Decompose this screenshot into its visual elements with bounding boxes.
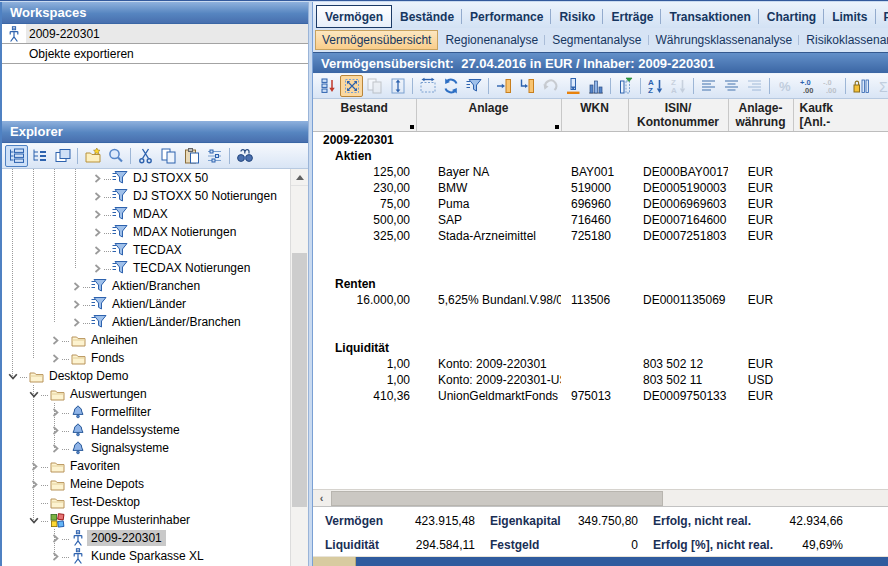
align-center-button[interactable]: [720, 75, 743, 97]
fit-columns-button[interactable]: [340, 75, 363, 97]
tab-vermögen[interactable]: Vermögen: [316, 5, 392, 28]
chevron-right-icon[interactable]: [90, 192, 104, 201]
chevron-right-icon[interactable]: [90, 210, 104, 219]
tree-item[interactable]: Aktien/Länder/Branchen: [2, 313, 308, 331]
export-layout-button[interactable]: [317, 75, 340, 97]
column-header-kaufk-anl-[interactable]: Kaufk[Anl.-: [793, 99, 888, 132]
tree-item[interactable]: TECDAX Notierungen: [2, 259, 308, 277]
chevron-down-icon[interactable]: [27, 390, 41, 399]
position-row[interactable]: 1,00Konto: 2009-220301-USD803 502 11USD: [313, 372, 888, 388]
tree-item[interactable]: Kunde Sparkasse XL: [2, 547, 308, 565]
tree-item[interactable]: Test-Desktop: [2, 493, 308, 511]
align-left-button[interactable]: [697, 75, 720, 97]
chevron-right-icon[interactable]: [48, 336, 62, 345]
chevron-right-icon[interactable]: [69, 282, 83, 291]
optimize-row-height-button[interactable]: [386, 75, 409, 97]
tab-transaktionen[interactable]: Transaktionen: [661, 5, 758, 28]
chevron-down-icon[interactable]: [27, 516, 41, 525]
chevron-right-icon[interactable]: [48, 444, 62, 453]
chevron-right-icon[interactable]: [27, 480, 41, 489]
chevron-right-icon[interactable]: [90, 174, 104, 183]
tab-performance[interactable]: Performance: [462, 5, 551, 28]
subtab-währungsklassenanalyse[interactable]: Währungsklassenanalyse: [649, 30, 800, 50]
tree-item[interactable]: Signalsysteme: [2, 439, 308, 457]
tab-risiko[interactable]: Risiko: [551, 5, 603, 28]
tree-item[interactable]: Meine Depots: [2, 475, 308, 493]
tree-item[interactable]: Aktien/Länder: [2, 295, 308, 313]
chevron-right-icon[interactable]: [48, 534, 62, 543]
chevron-right-icon[interactable]: [48, 408, 62, 417]
column-header-wkn[interactable]: WKN: [561, 99, 628, 132]
refresh-button[interactable]: [439, 75, 462, 97]
tree-item[interactable]: MDAX: [2, 205, 308, 223]
position-row[interactable]: 230,00BMW519000DE0005190003EUR: [313, 180, 888, 196]
tree-detailed-view-button[interactable]: [5, 145, 28, 167]
tree-item[interactable]: Auswertungen: [2, 385, 308, 403]
scrollbar-up-icon[interactable]: [291, 169, 308, 186]
tree-item[interactable]: Aktien/Branchen: [2, 277, 308, 295]
chevron-right-icon[interactable]: [90, 246, 104, 255]
column-header-bestand[interactable]: Bestand: [313, 99, 416, 132]
percent-format-button[interactable]: %: [773, 75, 796, 97]
insert-column-below-button[interactable]: [515, 75, 538, 97]
tree-item[interactable]: 2009-220301: [2, 529, 308, 547]
chevron-right-icon[interactable]: [48, 426, 62, 435]
tree-item[interactable]: Handelssysteme: [2, 421, 308, 439]
position-row[interactable]: 410,36UnionGeldmarktFonds975013DE0009750…: [313, 388, 888, 404]
chevron-right-icon[interactable]: [48, 552, 62, 561]
scrollbar-thumb[interactable]: [331, 491, 663, 506]
hide-column-button[interactable]: [614, 75, 637, 97]
add-decimal-button[interactable]: +.0.00: [796, 75, 819, 97]
filter-button[interactable]: [462, 75, 485, 97]
chevron-right-icon[interactable]: [69, 300, 83, 309]
chevron-right-icon[interactable]: [90, 264, 104, 273]
tree-item[interactable]: TECDAX: [2, 241, 308, 259]
align-right-button[interactable]: [743, 75, 766, 97]
cut-button[interactable]: [134, 145, 157, 167]
tab-charting[interactable]: Charting: [759, 5, 824, 28]
tree-item[interactable]: Desktop Demo: [2, 367, 308, 385]
column-header-anlage[interactable]: Anlage: [416, 99, 561, 132]
cards-view-button[interactable]: [51, 145, 74, 167]
insert-column-button[interactable]: [492, 75, 515, 97]
copy-view-button[interactable]: [363, 75, 386, 97]
chevron-right-icon[interactable]: [27, 462, 41, 471]
chevron-down-icon[interactable]: [6, 372, 20, 381]
subtab-segmentanalyse[interactable]: Segmentanalyse: [545, 30, 648, 50]
chevron-right-icon[interactable]: [90, 228, 104, 237]
chevron-right-icon[interactable]: [48, 354, 62, 363]
sum-button[interactable]: Σ: [872, 75, 888, 97]
tree-item[interactable]: MDAX Notierungen: [2, 223, 308, 241]
sort-ascending-button[interactable]: AZ: [644, 75, 667, 97]
tab-limits[interactable]: Limits: [824, 5, 875, 28]
remove-decimal-button[interactable]: -.0.00: [819, 75, 842, 97]
tab-erträge[interactable]: Erträge: [603, 5, 661, 28]
tree-item[interactable]: Anleihen: [2, 331, 308, 349]
optimize-column-width-button[interactable]: [416, 75, 439, 97]
column-header-anlage-währung[interactable]: Anlage-währung: [728, 99, 793, 132]
scrollbar-thumb[interactable]: [292, 253, 307, 507]
position-row[interactable]: 325,00Stada-Arzneimittel725180DE00072518…: [313, 228, 888, 244]
binoculars-button[interactable]: [233, 145, 256, 167]
search-button[interactable]: [104, 145, 127, 167]
column-chart-button[interactable]: [584, 75, 607, 97]
workspace-item[interactable]: 2009-220301: [2, 24, 308, 44]
tab-bestände[interactable]: Bestände: [392, 5, 462, 28]
tree-item[interactable]: DJ STOXX 50 Notierungen: [2, 187, 308, 205]
tree-item[interactable]: Formelfilter: [2, 403, 308, 421]
move-column-button[interactable]: [561, 75, 584, 97]
bottom-tab-handle[interactable]: [313, 557, 356, 566]
explorer-scrollbar[interactable]: [290, 169, 308, 566]
filter-settings-button[interactable]: [203, 145, 226, 167]
paste-button[interactable]: [180, 145, 203, 167]
undo-column-button[interactable]: [538, 75, 561, 97]
position-row[interactable]: 125,00Bayer NABAY001DE000BAY0017EUR: [313, 164, 888, 180]
subtab-vermögensübersicht[interactable]: Vermögensübersicht: [315, 30, 438, 50]
tree-list-view-button[interactable]: [28, 145, 51, 167]
tree-item[interactable]: Fonds: [2, 349, 308, 367]
position-row[interactable]: 500,00SAP716460DE0007164600EUR: [313, 212, 888, 228]
chevron-right-icon[interactable]: [69, 318, 83, 327]
freeze-column-button[interactable]: [849, 75, 872, 97]
tab-prognose[interactable]: Prognose: [876, 5, 888, 28]
position-row[interactable]: 16.000,005,625% Bundanl.V.98/01.28113506…: [313, 292, 888, 308]
